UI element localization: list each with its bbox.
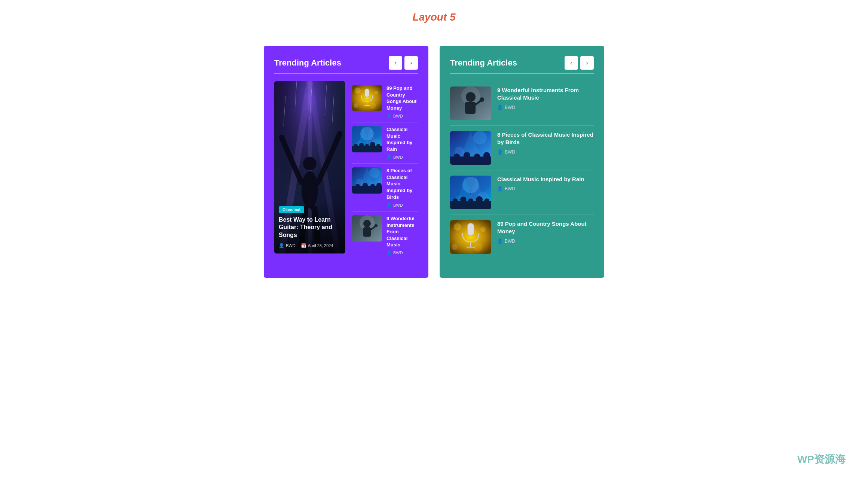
right-widget-title: Trending Articles <box>450 58 517 68</box>
right-prev-button[interactable]: ‹ <box>565 56 578 70</box>
svg-point-73 <box>484 198 489 204</box>
article-title: 8 Pieces of Classical Music Inspired by … <box>386 167 418 200</box>
article-author: 👤 BWD <box>386 155 418 160</box>
article-title: 9 Wonderful Instruments From Classical M… <box>386 215 418 248</box>
person-icon-small: 👤 <box>386 155 392 160</box>
list-item: 8 Pieces of Classical Music Inspired by … <box>450 126 594 170</box>
svg-point-72 <box>476 196 483 203</box>
teal-article-author: 👤 BWD <box>497 239 594 244</box>
svg-point-61 <box>483 152 490 159</box>
category-badge: Classical <box>279 206 304 213</box>
page-title: Layout 5 <box>7 11 861 23</box>
svg-point-28 <box>359 143 364 147</box>
left-widget: Trending Articles ‹ › <box>264 46 428 278</box>
teal-article-info: 8 Pieces of Classical Music Inspired by … <box>497 131 594 155</box>
teal-thumb <box>450 176 491 209</box>
svg-point-13 <box>355 88 361 94</box>
left-widget-title: Trending Articles <box>274 58 341 68</box>
svg-point-52 <box>480 97 484 102</box>
svg-point-49 <box>466 92 476 102</box>
svg-point-69 <box>453 198 458 204</box>
right-articles-list: 9 Wonderful Instruments From Classical M… <box>450 81 594 259</box>
svg-point-27 <box>354 144 358 148</box>
svg-point-71 <box>468 198 473 204</box>
article-title: Classical Music Inspired by Rain <box>386 126 418 152</box>
article-thumb <box>352 215 382 242</box>
svg-rect-79 <box>467 223 474 236</box>
svg-point-59 <box>464 152 470 159</box>
svg-point-29 <box>365 144 369 148</box>
svg-point-54 <box>473 131 487 145</box>
article-info: 8 Pieces of Classical Music Inspired by … <box>386 167 418 207</box>
svg-point-14 <box>375 91 378 94</box>
svg-point-39 <box>370 184 375 188</box>
featured-date: 📅 April 28, 2024 <box>301 243 333 248</box>
teal-thumb <box>450 131 491 165</box>
teal-article-title: 8 Pieces of Classical Music Inspired by … <box>497 131 594 146</box>
article-thumb <box>352 85 382 111</box>
teal-article-info: 9 Wonderful Instruments From Classical M… <box>497 86 594 110</box>
list-item: 9 Wonderful Instruments From Classical M… <box>450 81 594 126</box>
list-item: 9 Wonderful Instruments From Classical M… <box>352 212 418 259</box>
svg-point-76 <box>480 227 486 232</box>
teal-article-author: 👤 BWD <box>497 105 594 110</box>
svg-point-37 <box>355 184 360 188</box>
person-icon-teal: 👤 <box>497 186 503 191</box>
featured-image-wrap: Classical Best Way to Learn Guitar: Theo… <box>274 81 345 253</box>
person-icon-small: 👤 <box>386 250 392 255</box>
article-author: 👤 BWD <box>386 203 418 207</box>
right-divider <box>450 73 594 74</box>
featured-title: Best Way to Learn Guitar: Theory and Son… <box>279 216 341 239</box>
person-icon-teal: 👤 <box>497 149 503 155</box>
svg-point-78 <box>452 244 458 250</box>
featured-overlay: Classical Best Way to Learn Guitar: Theo… <box>274 201 345 253</box>
svg-point-70 <box>460 197 466 203</box>
left-next-button[interactable]: › <box>404 56 418 70</box>
article-author: 👤 BWD <box>386 250 418 255</box>
left-prev-button[interactable]: ‹ <box>389 56 402 70</box>
left-divider <box>274 73 418 74</box>
right-nav-buttons: ‹ › <box>565 56 594 70</box>
person-icon-small: 👤 <box>386 203 392 207</box>
person-icon-small: 👤 <box>386 113 392 118</box>
list-item: 89 Pop and Country Songs About Money 👤 B… <box>352 81 418 122</box>
svg-rect-44 <box>363 227 371 237</box>
calendar-icon: 📅 <box>301 243 306 248</box>
svg-rect-50 <box>465 102 476 114</box>
teal-article-info: Classical Music Inspired by Rain 👤 BWD <box>497 176 594 191</box>
featured-meta: 👤 BWD 📅 April 28, 2024 <box>279 243 341 248</box>
svg-point-33 <box>369 168 380 178</box>
svg-point-16 <box>354 103 358 108</box>
svg-point-43 <box>363 220 371 227</box>
article-thumb <box>352 167 382 194</box>
widgets-row: Trending Articles ‹ › <box>7 46 861 278</box>
teal-article-author: 👤 BWD <box>497 149 594 155</box>
article-info: 89 Pop and Country Songs About Money 👤 B… <box>386 85 418 118</box>
right-widget-header: Trending Articles ‹ › <box>450 56 594 70</box>
article-info: Classical Music Inspired by Rain 👤 BWD <box>386 126 418 160</box>
svg-point-60 <box>474 154 480 160</box>
teal-thumb <box>450 86 491 120</box>
svg-point-15 <box>369 102 376 109</box>
list-item: Classical Music Inspired by Rain 👤 BWD <box>352 122 418 164</box>
svg-rect-17 <box>365 89 369 97</box>
right-next-button[interactable]: › <box>580 56 594 70</box>
watermark-text: WP资源海 <box>797 453 846 465</box>
teal-article-title: 9 Wonderful Instruments From Classical M… <box>497 86 594 102</box>
teal-article-info: 89 Pop and Country Songs About Money 👤 B… <box>497 220 594 244</box>
featured-author: 👤 BWD <box>279 243 296 248</box>
svg-point-58 <box>454 154 460 160</box>
list-item: Classical Music Inspired by Rain 👤 BWD <box>450 170 594 215</box>
person-icon-teal: 👤 <box>497 239 503 244</box>
svg-point-30 <box>370 142 375 147</box>
teal-article-author: 👤 BWD <box>497 186 594 191</box>
left-articles-list: 89 Pop and Country Songs About Money 👤 B… <box>352 81 418 259</box>
article-title: 89 Pop and Country Songs About Money <box>386 85 418 111</box>
article-author: 👤 BWD <box>386 113 418 118</box>
left-content: Classical Best Way to Learn Guitar: Theo… <box>274 81 418 259</box>
svg-point-46 <box>375 224 378 227</box>
person-icon-teal: 👤 <box>497 105 503 110</box>
left-widget-header: Trending Articles ‹ › <box>274 56 418 70</box>
list-item: 89 Pop and Country Songs About Money 👤 B… <box>450 215 594 259</box>
article-thumb <box>352 126 382 152</box>
